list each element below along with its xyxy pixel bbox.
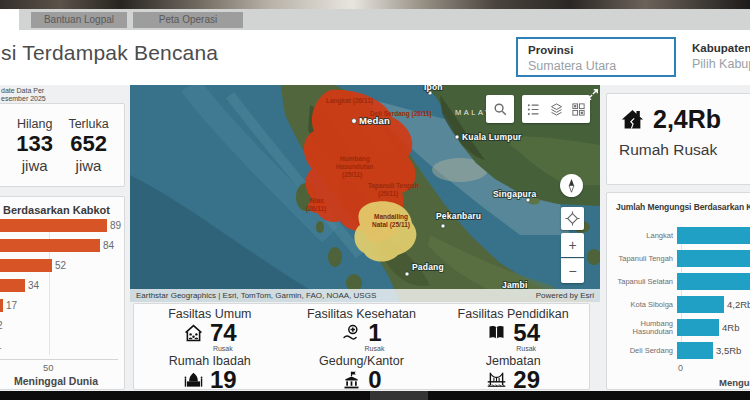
- facility-fasilitas-kesehatan: Fasilitas Kesehatan 1 Rusak: [286, 306, 438, 353]
- layers-icon: [549, 102, 564, 117]
- bar-value: 4,2Rb: [727, 299, 750, 310]
- map-zoom-out-button[interactable]: −: [561, 258, 584, 283]
- bar-row: 52: [0, 259, 144, 272]
- legend-button[interactable]: [522, 102, 545, 117]
- bar-value: 17: [6, 300, 17, 311]
- bar-value: 52: [55, 260, 66, 271]
- city-label-kuala-lumpur: Kuala Lumpur: [462, 132, 522, 142]
- bar[interactable]: [0, 299, 3, 312]
- dashboard: Bantuan Logpal Peta Operasi si Terdampak…: [0, 0, 750, 400]
- layers-button[interactable]: [545, 102, 568, 117]
- bar-row: 17: [0, 299, 144, 312]
- locate-icon: [564, 210, 581, 227]
- tab-bantuan-logpal[interactable]: Bantuan Logpal: [31, 12, 127, 28]
- top-photo-banner: [0, 0, 750, 9]
- bar-row: 2: [0, 319, 144, 332]
- government-building-icon: [341, 370, 362, 391]
- left-chart-title: Berdasarkan Kabkot: [3, 204, 110, 216]
- bar-row: Deli Serdang3,5Rb: [607, 342, 750, 359]
- bridge-icon: [486, 370, 507, 391]
- stat-terluka-label: Terluka: [68, 117, 108, 131]
- bar-category: Deli Serdang: [607, 347, 677, 355]
- map-zoom-in-button[interactable]: +: [561, 233, 584, 257]
- basemap-gallery-icon: [571, 102, 586, 117]
- bar-value: 84: [103, 240, 114, 251]
- bar-row: Humbang Hasundutan4Rb: [607, 319, 750, 336]
- meninggal-dunia-chart-card: Berdasarkan Kabkot 89 84 52 34 17 2 1 50…: [0, 196, 125, 390]
- basemap-button[interactable]: [567, 102, 590, 117]
- map-compass-button[interactable]: [560, 174, 583, 197]
- facility-label: Fasilitas Kesehatan: [286, 307, 438, 321]
- bar[interactable]: [0, 239, 100, 252]
- map-attribution: Earthstar Geographics | Esri, TomTom, Ga…: [130, 289, 600, 302]
- right-chart-tick-0: 0: [678, 363, 683, 373]
- facility-sub: Rusak: [286, 345, 438, 353]
- bar[interactable]: [677, 342, 713, 359]
- map-locate-button[interactable]: [561, 207, 584, 230]
- kabupaten-select[interactable]: Kabupaten/Kota Pilih Kabupaten: [692, 42, 750, 71]
- page-title: si Terdampak Bencana: [1, 41, 218, 65]
- bar[interactable]: [677, 319, 719, 336]
- map-toolbar: [522, 95, 590, 123]
- stat-hilang-unit: jiwa: [16, 157, 53, 174]
- region-label: (25/11): [342, 171, 362, 179]
- region-label-mandailing: Natal (25/11): [372, 221, 410, 229]
- facility-value: 1: [368, 321, 381, 345]
- bar-value: 89: [110, 220, 121, 231]
- bar-row: 89: [0, 219, 144, 232]
- update-line1: date Data Per: [1, 87, 46, 95]
- bar[interactable]: [0, 279, 25, 292]
- bar-category: Langkat: [607, 232, 677, 240]
- stat-terluka-unit: jiwa: [68, 157, 108, 174]
- bar-row: 84: [0, 239, 144, 252]
- stat-terluka-value: 652: [68, 131, 108, 157]
- region-label: Nias: [310, 197, 324, 204]
- bar[interactable]: [0, 259, 52, 272]
- facility-sub: Rusak: [437, 345, 589, 353]
- bar-value: 34: [28, 280, 39, 291]
- bar-category: Kota Sibolga: [607, 301, 677, 309]
- bar-row: 1: [0, 339, 144, 352]
- rumah-rusak-value: 2,4Rb: [653, 105, 721, 134]
- map-panel[interactable]: Langkat (26/11) Deli Serdang (26/11) Hum…: [130, 85, 600, 302]
- bar-category: Tapanuli Selatan: [607, 278, 677, 286]
- region-label: (25/11): [378, 190, 398, 198]
- left-chart-bars: 89 84 52 34 17 2 1: [0, 219, 144, 359]
- powered-by-esri: Powered by Esri: [536, 289, 594, 302]
- region-label: Humbang: [340, 155, 370, 163]
- bar[interactable]: [0, 219, 107, 232]
- city-dot-medan: [352, 119, 357, 124]
- tab-peta-operasi[interactable]: Peta Operasi: [133, 12, 243, 28]
- region-label: Hasundutan: [336, 163, 374, 170]
- map-expand-button[interactable]: [586, 87, 599, 100]
- city-label-ipoh: Ipoh: [424, 85, 443, 92]
- mengungsi-chart-card: Jumlah Mengungsi Berdasarkan Kabkot Lang…: [606, 192, 750, 390]
- provinsi-value: Sumatera Utara: [528, 59, 664, 73]
- facility-value: 0: [368, 368, 381, 392]
- bar[interactable]: [677, 250, 750, 267]
- bar[interactable]: [677, 273, 750, 290]
- bar-value: 3,5Rb: [716, 345, 741, 356]
- bar-category: Tapanuli Tengah: [607, 255, 677, 263]
- damaged-house-icon: [619, 106, 646, 133]
- bar[interactable]: [677, 296, 724, 313]
- bar-row: 34: [0, 279, 144, 292]
- attribution-text: Earthstar Geographics | Esri, TomTom, Ga…: [136, 289, 376, 302]
- search-icon: [492, 101, 509, 118]
- right-chart-axis-label: Mengungsi: [719, 377, 750, 388]
- provinsi-label: Provinsi: [528, 44, 664, 56]
- bar-row: Langkat: [607, 227, 750, 244]
- city-dot-pekanbaru: [441, 224, 445, 228]
- city-label-singapura: Singapura: [493, 189, 536, 199]
- bar[interactable]: [677, 227, 750, 244]
- update-date-note: date Data Per esember 2025: [1, 87, 46, 102]
- provinsi-select[interactable]: Provinsi Sumatera Utara: [516, 37, 676, 77]
- mosque-icon: [183, 370, 204, 391]
- map-search-button[interactable]: [486, 95, 514, 123]
- bottom-bar-segment: [370, 391, 428, 400]
- tab-active-partial[interactable]: [0, 9, 19, 30]
- rumah-rusak-card: 2,4Rb Rumah Rusak: [606, 93, 750, 185]
- city-dot-padang: [405, 272, 409, 276]
- facility-fasilitas-pendidikan: Fasilitas Pendidikan 54 Rusak: [437, 306, 589, 353]
- bar-value: 4Rb: [722, 322, 739, 333]
